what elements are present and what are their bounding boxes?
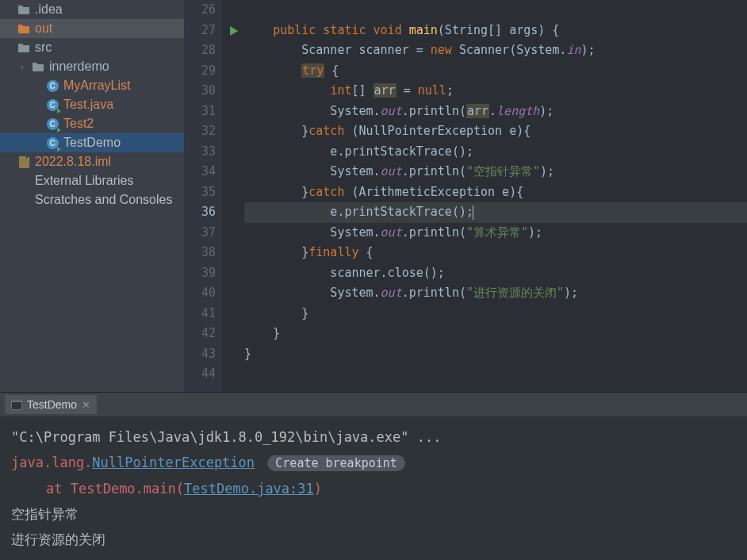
- tree-item-scratches-and-consoles[interactable]: Scratches and Consoles: [0, 190, 184, 209]
- tree-item-src[interactable]: src: [0, 38, 184, 57]
- terminal-icon: [11, 400, 22, 409]
- code-line[interactable]: }catch (ArithmeticException e){: [244, 182, 747, 203]
- project-tree[interactable]: .ideaoutsrc›innerdemoCMyArrayListCTest.j…: [0, 0, 184, 392]
- gutter-line-number[interactable]: 37: [190, 223, 216, 244]
- gutter-line-number[interactable]: 27: [190, 21, 216, 41]
- svg-rect-1: [12, 402, 21, 409]
- tree-item-2022-8-18-iml[interactable]: 2022.8.18.iml: [0, 152, 184, 171]
- gutter-line-number[interactable]: 43: [190, 344, 216, 365]
- gutter-line-number[interactable]: 38: [190, 243, 216, 263]
- tree-item-label: out: [35, 21, 52, 36]
- tree-item-test2[interactable]: CTest2: [0, 114, 184, 133]
- tree-item-label: Test2: [63, 117, 94, 131]
- console-tab-bar: TestDemo ✕: [0, 393, 747, 416]
- tree-item-label: TestDemo: [63, 136, 121, 150]
- tree-item--idea[interactable]: .idea: [0, 0, 184, 19]
- console-cmd-line: "C:\Program Files\Java\jdk1.8.0_192\bin\…: [11, 424, 736, 450]
- gutter-line-number[interactable]: 30: [190, 81, 216, 102]
- gutter-line-number[interactable]: 34: [190, 162, 216, 182]
- gutter-line-number[interactable]: 33: [190, 142, 216, 163]
- console-exception-line: java.lang.NullPointerException Create br…: [11, 450, 736, 476]
- class-icon: C: [46, 79, 59, 92]
- gutter-line-number[interactable]: 31: [190, 102, 216, 122]
- code-line[interactable]: e.printStackTrace();: [244, 202, 747, 223]
- chevron-icon[interactable]: ›: [17, 63, 27, 71]
- gutter-line-number[interactable]: 36: [190, 202, 216, 223]
- folder-icon: [17, 22, 30, 35]
- code-line[interactable]: [244, 364, 747, 385]
- tree-item-test-java[interactable]: CTest.java: [0, 95, 184, 114]
- code-line[interactable]: }finally {: [244, 243, 747, 263]
- tree-item-label: MyArrayList: [63, 79, 130, 93]
- console-tab-label: TestDemo: [27, 398, 77, 411]
- code-line[interactable]: System.out.println("进行资源的关闭");: [244, 283, 747, 304]
- folder-icon: [32, 60, 44, 73]
- code-line[interactable]: scanner.close();: [244, 263, 747, 284]
- code-line[interactable]: System.out.println("算术异常");: [244, 223, 747, 244]
- tree-item-innerdemo[interactable]: ›innerdemo: [0, 57, 184, 76]
- gutter-line-number[interactable]: 32: [190, 121, 216, 142]
- gutter-line-number[interactable]: 35: [190, 182, 216, 203]
- console-stack-line: at TestDemo.main(TestDemo.java:31): [11, 476, 736, 501]
- gutter-line-number[interactable]: 29: [190, 61, 216, 82]
- folder-icon: [17, 3, 30, 16]
- tree-item-label: src: [35, 40, 52, 55]
- class-runnable-icon: C: [46, 98, 59, 111]
- editor-code-area[interactable]: public static void main(String[] args) {…: [222, 0, 747, 392]
- gutter-line-number[interactable]: 39: [190, 263, 216, 284]
- exception-link[interactable]: NullPointerException: [92, 455, 255, 470]
- code-editor[interactable]: 26272829303132333435363738394041424344 p…: [184, 0, 747, 392]
- console-output[interactable]: "C:\Program Files\Java\jdk1.8.0_192\bin\…: [0, 416, 747, 560]
- code-line[interactable]: int[] arr = null;: [244, 81, 747, 102]
- tree-item-testdemo[interactable]: CTestDemo: [0, 133, 184, 152]
- tree-item-external-libraries[interactable]: External Libraries: [0, 171, 184, 190]
- code-line[interactable]: e.printStackTrace();: [244, 142, 747, 163]
- code-line[interactable]: }: [244, 324, 747, 344]
- console-stdout-line: 空指针异常: [11, 501, 736, 527]
- tree-item-label: .idea: [35, 2, 63, 17]
- console-stdout-line: 进行资源的关闭: [11, 527, 736, 552]
- create-breakpoint-button[interactable]: Create breakpoint: [267, 455, 405, 471]
- console-tab-testdemo[interactable]: TestDemo ✕: [5, 395, 97, 414]
- code-line[interactable]: }catch (NullPointerException e){: [244, 121, 747, 142]
- file-icon: [17, 155, 30, 168]
- gutter-line-number[interactable]: 28: [190, 40, 216, 61]
- code-line[interactable]: try {: [244, 61, 747, 82]
- class-runnable-icon: C: [46, 117, 59, 130]
- tree-item-label: 2022.8.18.iml: [35, 155, 111, 169]
- gutter-line-number[interactable]: 44: [190, 364, 216, 385]
- gutter-line-number[interactable]: 42: [190, 324, 216, 344]
- gutter-line-number[interactable]: 40: [190, 283, 216, 304]
- tree-item-myarraylist[interactable]: CMyArrayList: [0, 76, 184, 95]
- gutter-line-number[interactable]: 41: [190, 304, 216, 324]
- code-line[interactable]: System.out.println("空指针异常");: [244, 162, 747, 182]
- code-line[interactable]: System.out.println(arr.length);: [244, 102, 747, 122]
- folder-icon: [17, 41, 30, 54]
- gutter-line-number[interactable]: 26: [190, 0, 216, 21]
- text-caret: [473, 205, 473, 220]
- tree-item-out[interactable]: out: [0, 19, 184, 38]
- class-runnable-icon: C: [46, 136, 59, 149]
- tree-item-label: Test.java: [63, 98, 113, 112]
- tree-item-label: innerdemo: [49, 59, 109, 74]
- code-line[interactable]: }: [244, 344, 747, 365]
- tree-item-label: Scratches and Consoles: [35, 193, 172, 207]
- code-line[interactable]: public static void main(String[] args) {: [244, 21, 747, 41]
- editor-gutter: 26272829303132333435363738394041424344: [184, 0, 222, 392]
- code-line[interactable]: }: [244, 304, 747, 324]
- stack-source-link[interactable]: TestDemo.java:31: [184, 481, 314, 497]
- blank-icon: [17, 194, 30, 206]
- blank-icon: [17, 175, 30, 187]
- tree-item-label: External Libraries: [35, 174, 134, 188]
- code-line[interactable]: Scanner scanner = new Scanner(System.in)…: [244, 40, 747, 61]
- close-icon[interactable]: ✕: [82, 399, 90, 411]
- run-tool-window: TestDemo ✕ "C:\Program Files\Java\jdk1.8…: [0, 392, 747, 560]
- code-line[interactable]: [244, 0, 747, 21]
